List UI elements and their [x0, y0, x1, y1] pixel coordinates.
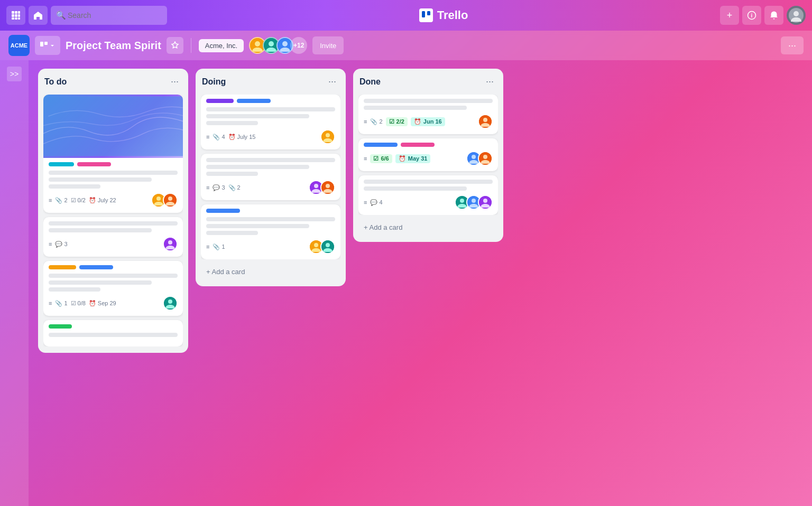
- svg-rect-2: [18, 11, 20, 14]
- svg-rect-6: [12, 17, 14, 20]
- svg-rect-0: [12, 11, 14, 14]
- meta-desc: ≡: [49, 300, 52, 306]
- card-todo-1[interactable]: ≡ 📎2 ☑0/2 ⏰July 22: [43, 95, 183, 213]
- add-card-done[interactable]: + Add a card: [358, 219, 498, 236]
- tag-purple-5: [206, 99, 234, 103]
- svg-rect-4: [15, 14, 17, 17]
- workspace-logo: ACME: [8, 35, 30, 56]
- card-line: [206, 158, 335, 162]
- meta-desc: ≡: [206, 184, 209, 191]
- card-content-9: ≡ ☑6/6 ⏰May 31: [358, 138, 498, 171]
- nav-right: + i: [720, 6, 806, 25]
- card-lines-4: [49, 333, 178, 337]
- invite-button[interactable]: Invite: [312, 36, 344, 54]
- card-tags-9: [364, 143, 493, 147]
- member-avatars: +12: [249, 37, 307, 54]
- card-meta-6: ≡ 💬3 📎2: [206, 184, 304, 191]
- svg-point-25: [156, 196, 161, 201]
- list-doing: Doing ···: [196, 69, 346, 286]
- svg-point-20: [269, 41, 274, 46]
- meta-attach: 📎1: [213, 243, 225, 250]
- card-line: [206, 224, 309, 228]
- svg-rect-1: [15, 11, 17, 14]
- card-avatar: [163, 296, 178, 311]
- list-title-doing: Doing: [202, 77, 226, 87]
- card-lines-10: [364, 180, 493, 191]
- card-footer-5: ≡ 📎4 ⏰July 15: [206, 129, 335, 144]
- card-line: [49, 333, 178, 337]
- badge-due: ⏰Jun 16: [411, 117, 445, 126]
- list-header-doing: Doing ···: [201, 75, 340, 90]
- meta-attach: 📎1: [55, 300, 67, 307]
- meta-due: ⏰Sep 29: [89, 300, 116, 307]
- card-meta-3: ≡ 📎1 ☑0/8 ⏰Sep 29: [49, 300, 159, 307]
- sidebar: >>: [0, 60, 29, 506]
- card-footer-1: ≡ 📎2 ☑0/2 ⏰July 22: [49, 193, 178, 208]
- search-input[interactable]: [51, 6, 167, 25]
- card-todo-3[interactable]: ≡ 📎1 ☑0/8 ⏰Sep 29: [43, 261, 183, 316]
- list-menu-done[interactable]: ···: [483, 75, 497, 88]
- card-todo-2[interactable]: ≡ 💬3: [43, 217, 183, 257]
- card-line: [364, 180, 493, 184]
- list-menu-todo[interactable]: ···: [168, 75, 182, 88]
- more-button[interactable]: ···: [781, 36, 804, 54]
- meta-desc: ≡: [364, 155, 367, 162]
- meta-attach: 📎4: [213, 134, 225, 140]
- card-line: [49, 287, 100, 292]
- meta-desc: ≡: [49, 197, 52, 203]
- svg-point-35: [314, 184, 318, 188]
- svg-rect-15: [40, 42, 43, 46]
- info-button[interactable]: i: [742, 6, 761, 25]
- card-footer-8: ≡ 📎2 ☑2/2 ⏰Jun 16: [364, 114, 493, 129]
- card-avatar: [320, 129, 335, 144]
- badge-due-9: ⏰May 31: [395, 154, 431, 163]
- list-cards-doing: ≡ 📎4 ⏰July 15: [201, 95, 340, 259]
- user-avatar[interactable]: [787, 6, 806, 25]
- sidebar-expand-button[interactable]: >>: [7, 67, 22, 81]
- meta-attach: 📎2: [370, 118, 382, 125]
- list-header-done: Done ···: [358, 75, 498, 90]
- notifications-button[interactable]: [764, 6, 783, 25]
- card-avatars-1: [151, 193, 178, 208]
- member-count[interactable]: +12: [290, 37, 307, 54]
- tag-yellow-3: [49, 265, 76, 269]
- card-tags-1: [49, 162, 178, 166]
- list-menu-doing[interactable]: ···: [325, 75, 339, 88]
- svg-rect-3: [12, 14, 14, 17]
- home-icon-button[interactable]: [29, 6, 48, 25]
- board-view-button[interactable]: ⊞: [35, 36, 60, 55]
- card-lines-3: [49, 274, 178, 292]
- card-meta-5: ≡ 📎4 ⏰July 15: [206, 134, 316, 140]
- svg-point-27: [168, 196, 172, 201]
- card-line: [206, 114, 309, 118]
- card-doing-2[interactable]: ≡ 💬3 📎2: [201, 154, 340, 200]
- card-done-1[interactable]: ≡ 📎2 ☑2/2 ⏰Jun 16: [358, 95, 498, 134]
- card-footer-3: ≡ 📎1 ☑0/8 ⏰Sep 29: [49, 296, 178, 311]
- card-doing-3[interactable]: ≡ 📎1: [201, 204, 340, 259]
- card-footer-7: ≡ 📎1: [206, 239, 335, 254]
- add-button[interactable]: +: [720, 6, 739, 25]
- meta-due: ⏰July 22: [89, 197, 116, 204]
- svg-point-37: [326, 184, 330, 188]
- card-done-2[interactable]: ≡ ☑6/6 ⏰May 31: [358, 138, 498, 171]
- card-content-8: ≡ 📎2 ☑2/2 ⏰Jun 16: [358, 95, 498, 134]
- card-doing-1[interactable]: ≡ 📎4 ⏰July 15: [201, 95, 340, 149]
- card-avatar: [478, 151, 493, 166]
- card-todo-4[interactable]: [43, 320, 183, 346]
- card-done-3[interactable]: ≡ 💬4: [358, 175, 498, 215]
- meta-desc: ≡: [364, 199, 367, 205]
- list-cards-done: ≡ 📎2 ☑2/2 ⏰Jun 16: [358, 95, 498, 215]
- tag-cyan-1: [49, 162, 74, 166]
- star-button[interactable]: [167, 37, 183, 54]
- meta-comments: 💬4: [370, 199, 382, 206]
- meta-checklist: ☑0/8: [71, 300, 86, 307]
- app-name-label: Trello: [437, 8, 468, 22]
- apps-icon-button[interactable]: [6, 6, 25, 25]
- card-avatar: [320, 239, 335, 254]
- meta-comments: 💬3: [55, 241, 67, 248]
- svg-point-31: [168, 299, 172, 304]
- card-lines-5: [206, 107, 335, 125]
- workspace-chip[interactable]: Acme, Inc.: [199, 39, 244, 52]
- add-card-doing[interactable]: + Add a card: [201, 264, 340, 280]
- card-meta-7: ≡ 📎1: [206, 243, 304, 250]
